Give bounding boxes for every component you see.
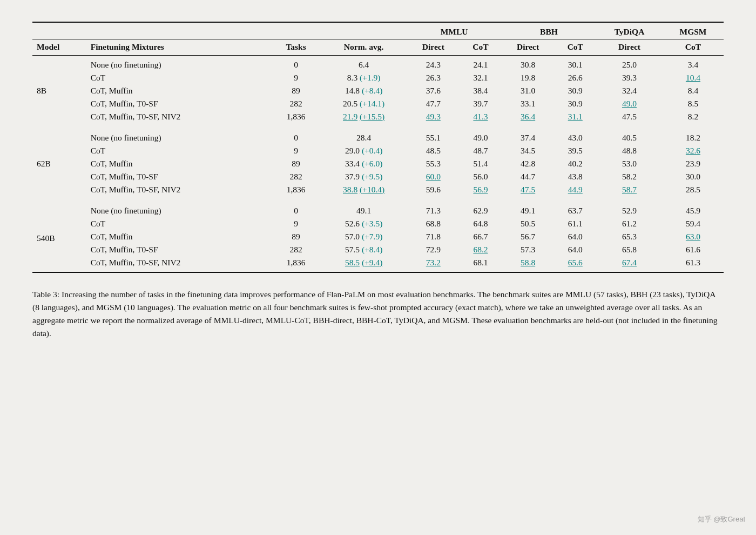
watermark: 知乎 @致Great xyxy=(698,514,745,524)
bbh-direct-cell: 50.5 xyxy=(502,217,555,230)
tasks-cell: 89 xyxy=(271,84,320,97)
tasks-cell: 282 xyxy=(271,243,320,256)
norm-avg-cell: 49.1 xyxy=(321,202,407,217)
bbh-direct-cell: 31.0 xyxy=(502,84,555,97)
norm-avg-cell: 38.8 (+10.4) xyxy=(321,183,407,196)
table-row: CoT, Muffin8914.8 (+8.4)37.638.431.030.9… xyxy=(32,84,724,97)
tydiqa-header: TyDiQA xyxy=(596,22,663,39)
caption-text: Table 3: Increasing the number of tasks … xyxy=(32,290,717,338)
mixture-cell: CoT xyxy=(86,71,272,84)
top-header-row: MMLU BBH TyDiQA MGSM xyxy=(32,22,724,39)
bbh-direct-cell: 44.7 xyxy=(502,170,555,183)
tydiqa-cell: 65.3 xyxy=(596,230,663,243)
bbh-cot-cell: 40.2 xyxy=(554,157,596,170)
mgsm-cell: 3.4 xyxy=(663,56,724,72)
norm-avg-cell: 52.6 (+3.5) xyxy=(321,217,407,230)
tasks-cell: 9 xyxy=(271,144,320,157)
tasks-cell: 9 xyxy=(271,71,320,84)
mmlu-direct-cell: 59.6 xyxy=(407,183,460,196)
tasks-cell: 9 xyxy=(271,217,320,230)
tasks-cell: 89 xyxy=(271,230,320,243)
tydiqa-cell: 25.0 xyxy=(596,56,663,72)
table-caption: Table 3: Increasing the number of tasks … xyxy=(32,288,724,340)
mmlu-cot-cell: 39.7 xyxy=(460,97,502,110)
mmlu-direct-cell: 24.3 xyxy=(407,56,460,72)
model-cell: 62B xyxy=(32,129,86,196)
bbh-cot-cell: 30.1 xyxy=(554,56,596,72)
tasks-cell: 1,836 xyxy=(271,110,320,123)
mmlu-direct-cell: 26.3 xyxy=(407,71,460,84)
bbh-cot-cell: 26.6 xyxy=(554,71,596,84)
bbh-cot-cell: 39.5 xyxy=(554,144,596,157)
bbh-cot-cell: 63.7 xyxy=(554,202,596,217)
model-col-header: Model xyxy=(32,39,86,56)
tydiqa-cell: 61.2 xyxy=(596,217,663,230)
tasks-col-header: Tasks xyxy=(271,39,320,56)
mmlu-cot-cell: 38.4 xyxy=(460,84,502,97)
table-row: CoT98.3 (+1.9)26.332.119.826.639.310.4 xyxy=(32,71,724,84)
mixture-cell: None (no finetuning) xyxy=(86,56,272,72)
norm-avg-cell: 21.9 (+15.5) xyxy=(321,110,407,123)
mgsm-cell: 61.3 xyxy=(663,256,724,272)
tydiqa-cell: 67.4 xyxy=(596,256,663,272)
mgsm-cell: 8.5 xyxy=(663,97,724,110)
table-row: CoT, Muffin, T0-SF28237.9 (+9.5)60.056.0… xyxy=(32,170,724,183)
bbh-cot-cell: 30.9 xyxy=(554,97,596,110)
bbh-direct-cell: 58.8 xyxy=(502,256,555,272)
mmlu-cot-cell: 68.1 xyxy=(460,256,502,272)
tasks-cell: 89 xyxy=(271,157,320,170)
sub-header-row: Model Finetuning Mixtures Tasks Norm. av… xyxy=(32,39,724,56)
tasks-cell: 0 xyxy=(271,56,320,72)
mixture-cell: None (no finetuning) xyxy=(86,202,272,217)
mgsm-cell: 45.9 xyxy=(663,202,724,217)
mixture-cell: CoT xyxy=(86,144,272,157)
mixture-cell: CoT, Muffin, T0-SF xyxy=(86,97,272,110)
table-row: 8BNone (no finetuning)06.424.324.130.830… xyxy=(32,56,724,72)
table-row: CoT, Muffin, T0-SF, NIV21,83658.5 (+9.4)… xyxy=(32,256,724,272)
tydiqa-col-header: Direct xyxy=(596,39,663,56)
row-spacer xyxy=(32,123,724,129)
mmlu-cot-cell: 51.4 xyxy=(460,157,502,170)
tydiqa-cell: 52.9 xyxy=(596,202,663,217)
mgsm-cell: 30.0 xyxy=(663,170,724,183)
mmlu-cot-cell: 32.1 xyxy=(460,71,502,84)
bbh-direct-cell: 34.5 xyxy=(502,144,555,157)
bbh-cot-cell: 44.9 xyxy=(554,183,596,196)
table-row: CoT, Muffin8933.4 (+6.0)55.351.442.840.2… xyxy=(32,157,724,170)
mmlu-direct-cell: 73.2 xyxy=(407,256,460,272)
mmlu-direct-cell: 37.6 xyxy=(407,84,460,97)
mixture-cell: CoT, Muffin, T0-SF, NIV2 xyxy=(86,256,272,272)
table-row: CoT952.6 (+3.5)68.864.850.561.161.259.4 xyxy=(32,217,724,230)
bbh-cot-cell: 43.0 xyxy=(554,129,596,144)
norm-avg-cell: 8.3 (+1.9) xyxy=(321,71,407,84)
table-container: MMLU BBH TyDiQA MGSM Model Finetuning Mi… xyxy=(32,22,724,273)
mixture-cell: CoT, Muffin, T0-SF xyxy=(86,170,272,183)
mgsm-cell: 10.4 xyxy=(663,71,724,84)
tydiqa-cell: 48.8 xyxy=(596,144,663,157)
tydiqa-cell: 65.8 xyxy=(596,243,663,256)
mmlu-direct-col-header: Direct xyxy=(407,39,460,56)
mgsm-cell: 8.2 xyxy=(663,110,724,123)
mmlu-direct-cell: 48.5 xyxy=(407,144,460,157)
mixture-cell: CoT, Muffin, T0-SF xyxy=(86,243,272,256)
norm-avg-cell: 58.5 (+9.4) xyxy=(321,256,407,272)
norm-avg-cell: 20.5 (+14.1) xyxy=(321,97,407,110)
norm-avg-cell: 29.0 (+0.4) xyxy=(321,144,407,157)
model-cell: 8B xyxy=(32,56,86,124)
mgsm-cell: 61.6 xyxy=(663,243,724,256)
mgsm-cell: 32.6 xyxy=(663,144,724,157)
norm-avg-cell: 57.5 (+8.4) xyxy=(321,243,407,256)
bbh-cot-cell: 61.1 xyxy=(554,217,596,230)
mmlu-direct-cell: 60.0 xyxy=(407,170,460,183)
mmlu-cot-cell: 24.1 xyxy=(460,56,502,72)
bbh-cot-cell: 30.9 xyxy=(554,84,596,97)
tydiqa-cell: 32.4 xyxy=(596,84,663,97)
table-row: 540BNone (no finetuning)049.171.362.949.… xyxy=(32,202,724,217)
mixture-cell: CoT, Muffin xyxy=(86,84,272,97)
bbh-direct-cell: 47.5 xyxy=(502,183,555,196)
mixture-cell: CoT, Muffin, T0-SF, NIV2 xyxy=(86,110,272,123)
mmlu-cot-cell: 49.0 xyxy=(460,129,502,144)
tasks-cell: 1,836 xyxy=(271,256,320,272)
bbh-direct-cell: 19.8 xyxy=(502,71,555,84)
mmlu-direct-cell: 55.3 xyxy=(407,157,460,170)
